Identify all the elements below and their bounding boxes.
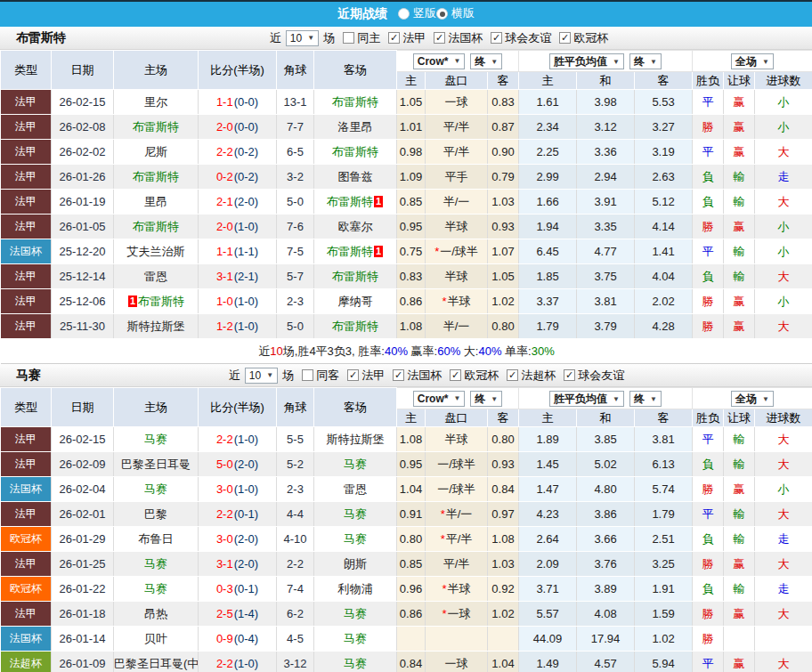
- league-filter-checkbox[interactable]: ✓: [347, 369, 359, 381]
- league-badge: 法国杯: [1, 477, 52, 502]
- league-filter-label: 法国杯: [448, 30, 483, 46]
- result-handicap: [724, 627, 755, 652]
- dropdown-arrow-icon: ▼: [762, 395, 769, 403]
- euro-draw-odds: 2.94: [577, 165, 635, 190]
- final-odds-select[interactable]: 终▼: [470, 391, 502, 407]
- result-outcome: 勝: [693, 627, 724, 652]
- layout-radio-horizontal[interactable]: 横版: [436, 5, 475, 21]
- match-row: 欧冠杯26-01-29布鲁日3-0(2-0)4-10马赛0.80*平/半1.08…: [1, 527, 812, 552]
- away-team: 洛里昂: [314, 115, 397, 140]
- league-filter-label: 法甲: [361, 368, 385, 384]
- home-team: 艾夫兰治斯: [114, 239, 199, 264]
- league-filter-checkbox[interactable]: ✓: [393, 369, 404, 381]
- asian-away-odds: 0.79: [488, 165, 519, 190]
- euro-away-odds: 5.53: [635, 90, 693, 115]
- euro-away-odds: 5.74: [635, 477, 693, 502]
- euro-draw-odds: 4.08: [577, 602, 635, 627]
- euro-draw-odds: 3.98: [577, 90, 635, 115]
- handicap-line: 一球: [426, 652, 488, 672]
- sub-header: 客: [635, 72, 693, 90]
- team-label: 马赛: [144, 482, 167, 496]
- euro-average-select[interactable]: 胜平负均值▼: [549, 53, 624, 69]
- asian-away-odds: 1.02: [488, 289, 519, 314]
- result-handicap: 赢: [724, 90, 755, 115]
- league-filter-checkbox[interactable]: ✓: [507, 369, 518, 381]
- handicap-line: 平/半: [426, 140, 488, 165]
- select-value: 终: [634, 54, 645, 69]
- fulltime-score: 3-0: [216, 482, 233, 496]
- league-filter-checkbox[interactable]: ✓: [434, 32, 445, 44]
- euro-away-odds: 4.04: [635, 264, 693, 289]
- same-venue-checkbox[interactable]: [343, 32, 354, 44]
- league-badge: 法甲: [1, 502, 52, 527]
- result-goals: 大: [755, 140, 812, 165]
- asian-home-odds: 1.05: [397, 90, 426, 115]
- col-header-type: 类型: [1, 51, 52, 90]
- league-filter-checkbox[interactable]: ✓: [450, 369, 461, 381]
- layout-radio-vertical[interactable]: 竖版: [398, 5, 436, 21]
- corner-count: 6-5: [277, 140, 314, 165]
- team-label: 朗斯: [344, 557, 367, 571]
- match-date: 26-01-14: [52, 627, 114, 652]
- league-filter-checkbox[interactable]: ✓: [559, 32, 571, 44]
- away-team: 马赛: [314, 627, 397, 652]
- corner-count: 5-5: [277, 427, 314, 452]
- games-label: 场: [282, 368, 294, 384]
- radio-icon: [398, 8, 410, 20]
- radio-label: 竖版: [413, 5, 436, 21]
- result-handicap: 輸: [724, 165, 755, 190]
- summary-segment: 近: [258, 344, 270, 358]
- score: 3-1(2-0): [199, 552, 277, 577]
- corner-count: 5-0: [277, 314, 314, 339]
- league-filter-checkbox[interactable]: ✓: [564, 369, 575, 381]
- scope-select[interactable]: 全场▼: [731, 53, 774, 69]
- select-value: 胜平负均值: [554, 54, 607, 69]
- halftime-score: (1-4): [234, 607, 258, 620]
- euro-average-select[interactable]: 胜平负均值▼: [549, 391, 624, 407]
- team-section-1: 布雷斯特近10▼场同主✓法甲✓法国杯✓球会友谊✓欧冠杯类型日期主场比分(半场)角…: [0, 27, 812, 364]
- league-badge: 法甲: [1, 427, 52, 452]
- league-badge: 法甲: [1, 165, 52, 190]
- halftime-score: (2-0): [234, 532, 258, 546]
- team-label: 马赛: [144, 557, 167, 571]
- final-odds-select[interactable]: 终▼: [629, 53, 662, 69]
- league-badge: 法国杯: [1, 627, 52, 652]
- final-odds-select[interactable]: 终▼: [470, 53, 502, 69]
- euro-draw-odds: 3.66: [577, 527, 635, 552]
- team-label: 布雷斯特: [327, 245, 373, 258]
- final-odds-select[interactable]: 终▼: [629, 391, 662, 407]
- col-header-date: 日期: [52, 388, 114, 427]
- handicap-line: *半球: [426, 289, 488, 314]
- halftime-score: (0-0): [234, 95, 258, 109]
- odds-company-select[interactable]: Crow*▼: [413, 53, 466, 69]
- fulltime-score: 2-2: [216, 507, 233, 521]
- score: 1-2(1-0): [199, 314, 277, 339]
- result-outcome: 平: [693, 239, 724, 264]
- halftime-score: (0-4): [234, 632, 258, 645]
- same-venue-checkbox[interactable]: [302, 369, 313, 381]
- league-filter-checkbox[interactable]: ✓: [491, 32, 502, 44]
- home-team: 马赛: [114, 552, 199, 577]
- sub-header: 主: [519, 72, 577, 90]
- euro-away-odds: 3.81: [635, 427, 693, 452]
- col-header-home: 主场: [114, 51, 199, 90]
- euro-away-odds: 5.94: [635, 652, 693, 672]
- halftime-score: (1-1): [234, 245, 258, 258]
- col-header-type: 类型: [1, 388, 52, 427]
- result-outcome: 勝: [693, 602, 724, 627]
- match-count-select[interactable]: 10▼: [245, 368, 278, 384]
- team-label: 雷恩: [344, 482, 367, 496]
- corner-count: 7-6: [277, 215, 314, 239]
- corner-count: 7-5: [277, 239, 314, 264]
- match-count-select[interactable]: 10▼: [286, 30, 319, 46]
- dropdown-arrow-icon: ▼: [650, 395, 657, 403]
- fulltime-score: 3-1: [216, 270, 233, 283]
- home-team: 昂热: [114, 602, 199, 627]
- scope-select[interactable]: 全场▼: [731, 391, 774, 407]
- home-team: 布雷斯特: [114, 215, 199, 239]
- team-label: 马赛: [144, 582, 167, 595]
- odds-company-select[interactable]: Crow*▼: [413, 391, 466, 407]
- col-header-away: 客场: [314, 51, 397, 90]
- match-date: 26-01-09: [52, 652, 114, 672]
- league-filter-checkbox[interactable]: ✓: [388, 32, 400, 44]
